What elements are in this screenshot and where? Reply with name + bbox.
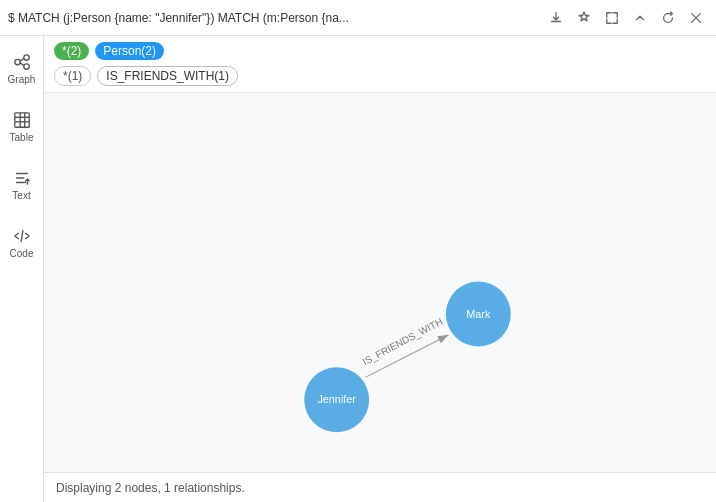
sidebar-item-text[interactable]: Text bbox=[0, 157, 44, 213]
svg-point-2 bbox=[23, 64, 28, 69]
filter-bar: *(2) Person(2) *(1) IS_FRIENDS_WITH(1) bbox=[44, 36, 716, 93]
person-badge[interactable]: Person(2) bbox=[95, 42, 164, 60]
svg-point-1 bbox=[23, 55, 28, 60]
node-jennifer-label: Jennifer bbox=[317, 393, 356, 405]
rel-type-badge[interactable]: IS_FRIENDS_WITH(1) bbox=[97, 66, 238, 86]
sidebar-item-code[interactable]: Code bbox=[0, 215, 44, 271]
download-icon[interactable] bbox=[544, 6, 568, 30]
collapse-icon[interactable] bbox=[628, 6, 652, 30]
svg-line-3 bbox=[20, 58, 24, 61]
sidebar-code-label: Code bbox=[10, 248, 34, 259]
content-area: *(2) Person(2) *(1) IS_FRIENDS_WITH(1) I… bbox=[44, 36, 716, 502]
sidebar-text-label: Text bbox=[12, 190, 30, 201]
sidebar-item-table[interactable]: Table bbox=[0, 99, 44, 155]
node-count-badge[interactable]: *(2) bbox=[54, 42, 89, 60]
status-text: Displaying 2 nodes, 1 relationships. bbox=[56, 481, 245, 495]
filter-row-2: *(1) IS_FRIENDS_WITH(1) bbox=[54, 66, 706, 86]
top-bar-actions bbox=[544, 6, 708, 30]
graph-canvas[interactable]: IS_FRIENDS_WITH Jennifer Mark bbox=[44, 93, 716, 472]
sidebar-item-graph[interactable]: Graph bbox=[0, 41, 44, 97]
sidebar-graph-label: Graph bbox=[8, 74, 36, 85]
main-layout: Graph Table Text Code bbox=[0, 36, 716, 502]
svg-point-0 bbox=[14, 59, 19, 64]
svg-rect-5 bbox=[14, 113, 28, 127]
edge-label: IS_FRIENDS_WITH bbox=[361, 316, 445, 368]
pin-icon[interactable] bbox=[572, 6, 596, 30]
sidebar-table-label: Table bbox=[10, 132, 34, 143]
close-icon[interactable] bbox=[684, 6, 708, 30]
sidebar: Graph Table Text Code bbox=[0, 36, 44, 502]
query-text: $ MATCH (j:Person {name: "Jennifer"}) MA… bbox=[8, 11, 544, 25]
rel-count-badge[interactable]: *(1) bbox=[54, 66, 91, 86]
graph-svg: IS_FRIENDS_WITH Jennifer Mark bbox=[44, 93, 716, 472]
filter-row-1: *(2) Person(2) bbox=[54, 42, 706, 60]
refresh-icon[interactable] bbox=[656, 6, 680, 30]
node-mark-label: Mark bbox=[466, 308, 491, 320]
bottom-bar: Displaying 2 nodes, 1 relationships. bbox=[44, 472, 716, 502]
top-bar: $ MATCH (j:Person {name: "Jennifer"}) MA… bbox=[0, 0, 716, 36]
svg-line-4 bbox=[20, 63, 24, 66]
expand-icon[interactable] bbox=[600, 6, 624, 30]
